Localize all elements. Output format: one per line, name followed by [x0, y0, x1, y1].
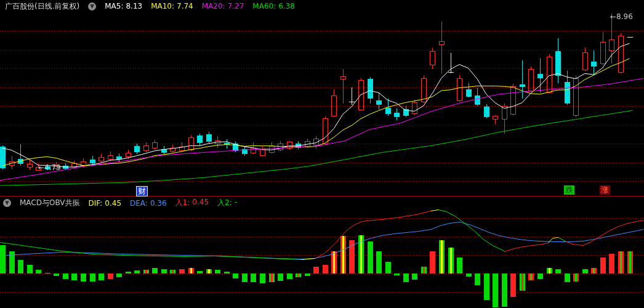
stock-chart-canvas[interactable]: [0, 0, 644, 308]
ma20-legend: MA20: 7.27: [202, 2, 244, 10]
ma60-value: 6.38: [278, 2, 295, 10]
ma60-label: MA60:: [252, 2, 276, 10]
dea-label: DEA:: [130, 199, 148, 208]
dea-value: 0.36: [150, 199, 167, 208]
ma10-legend: MA10: 7.74: [151, 2, 193, 10]
ma20-label: MA20:: [202, 2, 225, 10]
indicator-panel-header: ▼ MACD与OBV共振 DIF: 0.45 DEA: 0.36 入1: 0.4…: [0, 197, 644, 209]
highest-price-annotation: ←8.96: [610, 12, 633, 21]
ru1-value: 0.45: [192, 198, 209, 208]
ma60-legend: MA60: 6.38: [252, 2, 295, 10]
collapse-main-chart-icon[interactable]: ▼: [88, 2, 96, 10]
collapse-indicator-icon[interactable]: ▼: [3, 199, 11, 207]
ru2-label: 入2:: [217, 198, 232, 208]
dif-label: DIF:: [89, 199, 103, 208]
ma5-value: 8.13: [126, 2, 142, 10]
ma5-label: MA5:: [105, 2, 123, 10]
ru2-legend: 入2: -: [217, 198, 237, 208]
signal-marker-cai: 财: [136, 186, 148, 197]
ru2-value: -: [235, 198, 237, 208]
signal-marker-zhang: 涨: [600, 185, 610, 195]
signal-marker-die: 跌: [564, 185, 574, 195]
trading-app-window: 广百股份(日线.前复权) ▼ MA5: 8.13 MA10: 7.74 MA20…: [0, 0, 644, 308]
main-chart-header: 广百股份(日线.前复权) ▼ MA5: 8.13 MA10: 7.74 MA20…: [0, 0, 644, 12]
ru1-legend: 入1: 0.45: [175, 198, 209, 208]
stock-title: 广百股份(日线.前复权): [5, 1, 79, 12]
lowest-price-annotation: ←4.79: [38, 163, 61, 172]
ma10-value: 7.74: [177, 2, 193, 10]
indicator-name: MACD与OBV共振: [20, 198, 80, 208]
ma10-label: MA10:: [151, 2, 174, 10]
dea-legend: DEA: 0.36: [130, 199, 167, 208]
ma20-value: 7.27: [228, 2, 244, 10]
ru1-label: 入1:: [175, 198, 190, 208]
dif-legend: DIF: 0.45: [89, 199, 122, 208]
ma5-legend: MA5: 8.13: [105, 2, 142, 10]
dif-value: 0.45: [105, 199, 121, 208]
